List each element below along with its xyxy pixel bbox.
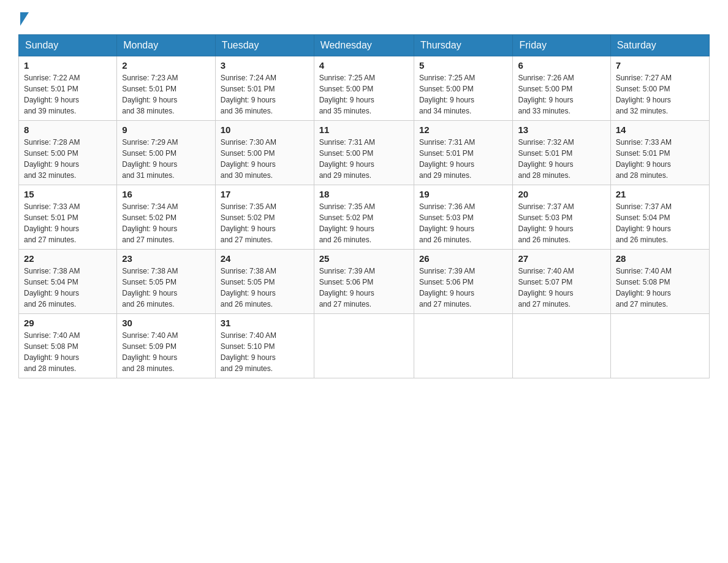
calendar-cell: 12 Sunrise: 7:31 AM Sunset: 5:01 PM Dayl… (414, 121, 513, 185)
day-info: Sunrise: 7:27 AM Sunset: 5:00 PM Dayligh… (616, 72, 704, 117)
column-header-monday: Monday (117, 35, 216, 56)
calendar-cell: 22 Sunrise: 7:38 AM Sunset: 5:04 PM Dayl… (19, 250, 117, 314)
calendar-week-row: 1 Sunrise: 7:22 AM Sunset: 5:01 PM Dayli… (19, 56, 710, 121)
calendar-cell: 25 Sunrise: 7:39 AM Sunset: 5:06 PM Dayl… (314, 250, 414, 314)
day-number: 30 (122, 318, 210, 328)
column-header-thursday: Thursday (414, 35, 513, 56)
calendar-cell (414, 314, 513, 378)
column-header-friday: Friday (513, 35, 610, 56)
day-info: Sunrise: 7:38 AM Sunset: 5:05 PM Dayligh… (221, 266, 309, 310)
day-info: Sunrise: 7:35 AM Sunset: 5:02 PM Dayligh… (221, 201, 309, 245)
calendar-cell: 26 Sunrise: 7:39 AM Sunset: 5:06 PM Dayl… (414, 250, 513, 314)
day-number: 1 (24, 60, 112, 71)
day-number: 16 (122, 189, 210, 199)
calendar-cell: 23 Sunrise: 7:38 AM Sunset: 5:05 PM Dayl… (117, 250, 216, 314)
day-info: Sunrise: 7:40 AM Sunset: 5:10 PM Dayligh… (221, 330, 309, 374)
calendar-cell: 13 Sunrise: 7:32 AM Sunset: 5:01 PM Dayl… (513, 121, 610, 185)
day-info: Sunrise: 7:25 AM Sunset: 5:00 PM Dayligh… (319, 72, 409, 117)
day-info: Sunrise: 7:29 AM Sunset: 5:00 PM Dayligh… (122, 137, 210, 181)
calendar-table: SundayMondayTuesdayWednesdayThursdayFrid… (18, 34, 710, 378)
calendar-header-row: SundayMondayTuesdayWednesdayThursdayFrid… (19, 35, 710, 56)
day-number: 24 (221, 253, 309, 264)
day-number: 3 (221, 60, 309, 71)
day-info: Sunrise: 7:28 AM Sunset: 5:00 PM Dayligh… (24, 137, 112, 181)
calendar-cell: 10 Sunrise: 7:30 AM Sunset: 5:00 PM Dayl… (215, 121, 314, 185)
day-number: 19 (419, 189, 508, 199)
calendar-cell: 5 Sunrise: 7:25 AM Sunset: 5:00 PM Dayli… (414, 56, 513, 121)
calendar-cell: 9 Sunrise: 7:29 AM Sunset: 5:00 PM Dayli… (117, 121, 216, 185)
day-info: Sunrise: 7:33 AM Sunset: 5:01 PM Dayligh… (616, 137, 704, 181)
day-info: Sunrise: 7:38 AM Sunset: 5:04 PM Dayligh… (24, 266, 112, 310)
day-number: 23 (122, 253, 210, 264)
calendar-cell: 2 Sunrise: 7:23 AM Sunset: 5:01 PM Dayli… (117, 56, 216, 121)
calendar-cell: 17 Sunrise: 7:35 AM Sunset: 5:02 PM Dayl… (215, 185, 314, 250)
calendar-week-row: 22 Sunrise: 7:38 AM Sunset: 5:04 PM Dayl… (19, 250, 710, 314)
calendar-cell: 7 Sunrise: 7:27 AM Sunset: 5:00 PM Dayli… (610, 56, 709, 121)
day-number: 25 (319, 253, 409, 264)
page-header (18, 12, 710, 23)
day-number: 2 (122, 60, 210, 71)
calendar-cell: 11 Sunrise: 7:31 AM Sunset: 5:00 PM Dayl… (314, 121, 414, 185)
column-header-saturday: Saturday (610, 35, 709, 56)
day-info: Sunrise: 7:26 AM Sunset: 5:00 PM Dayligh… (518, 72, 605, 117)
calendar-cell: 24 Sunrise: 7:38 AM Sunset: 5:05 PM Dayl… (215, 250, 314, 314)
day-info: Sunrise: 7:30 AM Sunset: 5:00 PM Dayligh… (221, 137, 309, 181)
calendar-cell: 18 Sunrise: 7:35 AM Sunset: 5:02 PM Dayl… (314, 185, 414, 250)
day-number: 26 (419, 253, 508, 264)
calendar-cell: 31 Sunrise: 7:40 AM Sunset: 5:10 PM Dayl… (215, 314, 314, 378)
calendar-cell: 16 Sunrise: 7:34 AM Sunset: 5:02 PM Dayl… (117, 185, 216, 250)
day-info: Sunrise: 7:37 AM Sunset: 5:04 PM Dayligh… (616, 201, 704, 245)
day-number: 13 (518, 124, 605, 135)
day-number: 18 (319, 189, 409, 199)
day-number: 20 (518, 189, 605, 199)
calendar-week-row: 8 Sunrise: 7:28 AM Sunset: 5:00 PM Dayli… (19, 121, 710, 185)
calendar-week-row: 15 Sunrise: 7:33 AM Sunset: 5:01 PM Dayl… (19, 185, 710, 250)
day-info: Sunrise: 7:24 AM Sunset: 5:01 PM Dayligh… (221, 72, 309, 117)
day-info: Sunrise: 7:40 AM Sunset: 5:07 PM Dayligh… (518, 266, 605, 310)
day-info: Sunrise: 7:23 AM Sunset: 5:01 PM Dayligh… (122, 72, 210, 117)
day-number: 4 (319, 60, 409, 71)
calendar-cell: 3 Sunrise: 7:24 AM Sunset: 5:01 PM Dayli… (215, 56, 314, 121)
day-number: 11 (319, 124, 409, 135)
logo (18, 12, 29, 23)
day-info: Sunrise: 7:25 AM Sunset: 5:00 PM Dayligh… (419, 72, 508, 117)
day-number: 27 (518, 253, 605, 264)
day-info: Sunrise: 7:34 AM Sunset: 5:02 PM Dayligh… (122, 201, 210, 245)
calendar-cell: 4 Sunrise: 7:25 AM Sunset: 5:00 PM Dayli… (314, 56, 414, 121)
day-info: Sunrise: 7:40 AM Sunset: 5:08 PM Dayligh… (24, 330, 112, 374)
day-number: 10 (221, 124, 309, 135)
calendar-cell: 1 Sunrise: 7:22 AM Sunset: 5:01 PM Dayli… (19, 56, 117, 121)
calendar-cell: 30 Sunrise: 7:40 AM Sunset: 5:09 PM Dayl… (117, 314, 216, 378)
calendar-cell: 28 Sunrise: 7:40 AM Sunset: 5:08 PM Dayl… (610, 250, 709, 314)
calendar-cell: 29 Sunrise: 7:40 AM Sunset: 5:08 PM Dayl… (19, 314, 117, 378)
calendar-cell (314, 314, 414, 378)
calendar-cell: 21 Sunrise: 7:37 AM Sunset: 5:04 PM Dayl… (610, 185, 709, 250)
day-info: Sunrise: 7:36 AM Sunset: 5:03 PM Dayligh… (419, 201, 508, 245)
day-info: Sunrise: 7:38 AM Sunset: 5:05 PM Dayligh… (122, 266, 210, 310)
day-info: Sunrise: 7:39 AM Sunset: 5:06 PM Dayligh… (319, 266, 409, 310)
column-header-sunday: Sunday (19, 35, 117, 56)
calendar-cell: 19 Sunrise: 7:36 AM Sunset: 5:03 PM Dayl… (414, 185, 513, 250)
day-number: 15 (24, 189, 112, 199)
day-number: 21 (616, 189, 704, 199)
calendar-cell: 6 Sunrise: 7:26 AM Sunset: 5:00 PM Dayli… (513, 56, 610, 121)
calendar-week-row: 29 Sunrise: 7:40 AM Sunset: 5:08 PM Dayl… (19, 314, 710, 378)
day-number: 17 (221, 189, 309, 199)
day-info: Sunrise: 7:32 AM Sunset: 5:01 PM Dayligh… (518, 137, 605, 181)
day-info: Sunrise: 7:40 AM Sunset: 5:09 PM Dayligh… (122, 330, 210, 374)
day-number: 12 (419, 124, 508, 135)
column-header-wednesday: Wednesday (314, 35, 414, 56)
day-number: 7 (616, 60, 704, 71)
calendar-cell: 20 Sunrise: 7:37 AM Sunset: 5:03 PM Dayl… (513, 185, 610, 250)
calendar-cell: 27 Sunrise: 7:40 AM Sunset: 5:07 PM Dayl… (513, 250, 610, 314)
calendar-cell (610, 314, 709, 378)
calendar-cell (513, 314, 610, 378)
day-number: 29 (24, 318, 112, 328)
column-header-tuesday: Tuesday (215, 35, 314, 56)
day-number: 22 (24, 253, 112, 264)
day-number: 8 (24, 124, 112, 135)
day-info: Sunrise: 7:31 AM Sunset: 5:01 PM Dayligh… (419, 137, 508, 181)
calendar-cell: 14 Sunrise: 7:33 AM Sunset: 5:01 PM Dayl… (610, 121, 709, 185)
day-info: Sunrise: 7:33 AM Sunset: 5:01 PM Dayligh… (24, 201, 112, 245)
day-number: 6 (518, 60, 605, 71)
